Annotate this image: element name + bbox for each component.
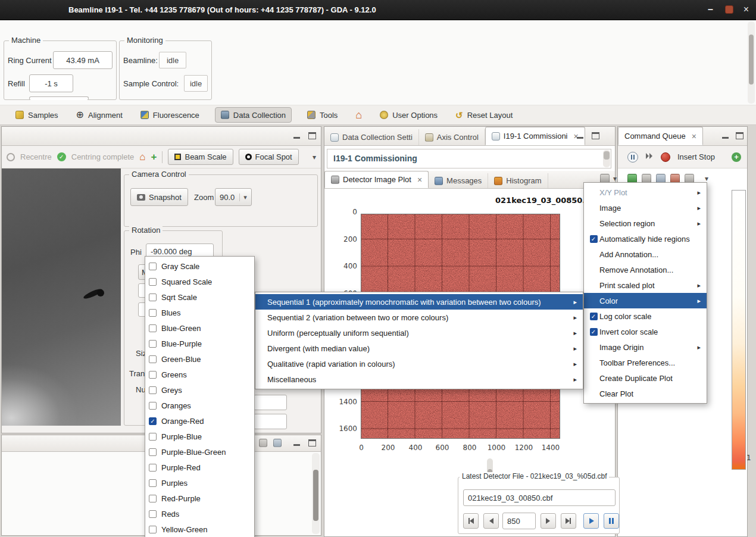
menu-item-greens[interactable]: Greens [145, 367, 254, 382]
maximize-view-button[interactable] [308, 132, 316, 139]
menu-item-purple-blue[interactable]: Purple-Blue [145, 429, 254, 444]
toolbar-item-reset-layout[interactable]: ↺ Reset Layout [453, 107, 515, 123]
param-field-2[interactable] [254, 414, 287, 429]
expand-icon[interactable]: + [151, 152, 157, 162]
sample-camera-image[interactable] [2, 168, 121, 426]
tab-detector-image-plot[interactable]: Detector Image Plot × [324, 171, 429, 188]
add-icon[interactable]: + [732, 152, 741, 162]
beam-scale-toggle[interactable]: Beam Scale [168, 149, 233, 165]
view-icon-2[interactable] [259, 439, 267, 447]
view-icon-3[interactable] [273, 439, 282, 447]
menu-item-reds[interactable]: Reds [145, 506, 254, 522]
toolbar-item-user-options[interactable]: User Options [377, 107, 440, 123]
toolbar-item-tools[interactable]: Tools [305, 107, 340, 123]
tab-close-icon[interactable]: × [692, 132, 696, 141]
toolbar-item-fluorescence[interactable]: Fluorescence [138, 107, 202, 123]
menu-item-image[interactable]: Image ▸ [584, 200, 707, 216]
menu-item-blues[interactable]: Blues [145, 305, 254, 320]
menu-item-blue-purple[interactable]: Blue-Purple [145, 336, 254, 351]
toolbar-overflow-icon[interactable]: ▾ [313, 154, 316, 161]
snapshot-button[interactable]: Snapshot [130, 188, 188, 206]
menu-item-blue-green[interactable]: Blue-Green [145, 320, 254, 336]
first-frame-button[interactable] [463, 513, 479, 529]
menu-item-selection-region[interactable]: Selection region ▸ [584, 216, 707, 231]
minimize-view-button[interactable] [721, 132, 729, 139]
minimize-view-button[interactable] [576, 132, 584, 139]
previous-frame-button[interactable] [483, 513, 499, 529]
bottom-panel-scrollbar-thumb[interactable] [313, 470, 318, 521]
tab-close-icon[interactable]: × [417, 175, 422, 185]
param-field-1[interactable] [254, 395, 287, 410]
menu-item-add-annotation[interactable]: Add Annotation... [584, 246, 707, 262]
recentre-button[interactable]: Recentre [20, 152, 52, 161]
beam-centre-home-icon[interactable]: ⌂ [139, 152, 145, 162]
tab-command-queue[interactable]: Command Queue × [618, 127, 703, 145]
top-scrollbar[interactable] [748, 21, 755, 104]
menu-item-orange-red[interactable]: ✓ Orange-Red [145, 413, 254, 429]
detector-filename-field[interactable] [463, 489, 616, 506]
menu-item-squared-scale[interactable]: Squared Scale [145, 274, 254, 289]
menu-item-color[interactable]: Color ▸ [584, 293, 707, 308]
menu-item-invert-color-scale[interactable]: ✓ Invert color scale [584, 324, 707, 339]
focal-spot-toggle[interactable]: Focal Spot [239, 149, 299, 165]
menu-item-miscellaneous[interactable]: Miscellaneous ▸ [255, 371, 583, 387]
plot-tool-dropdown-icon[interactable]: ▾ [613, 175, 617, 182]
pause-queue-icon[interactable] [627, 152, 638, 163]
menu-item-yellow-green[interactable]: Yellow-Green [145, 522, 254, 537]
menu-item-oranges[interactable]: Oranges [145, 398, 254, 413]
maximize-button[interactable] [725, 5, 733, 14]
menu-item-uniform[interactable]: Uniform (perceptually uniform sequential… [255, 325, 583, 341]
insert-stop-label[interactable]: Insert Stop [677, 152, 715, 161]
tab-data-collection-settings[interactable]: Data Collection Setti [324, 129, 419, 145]
maximize-view-button[interactable] [592, 132, 599, 139]
menu-item-xy-plot[interactable]: X/Y Plot ▸ [584, 185, 707, 200]
menu-item-purple-blue-green[interactable]: Purple-Blue-Green [145, 444, 254, 460]
tab-commissioning[interactable]: I19-1 Commissioni × [485, 127, 585, 145]
menu-item-sqrt-scale[interactable]: Sqrt Scale [145, 289, 254, 305]
bottom-panel-scrollbar[interactable] [312, 453, 320, 534]
intensity-colorbar[interactable] [732, 190, 746, 470]
stop-icon[interactable] [661, 152, 670, 162]
menu-item-clear-plot[interactable]: Clear Plot [584, 386, 707, 401]
toolbar-item-samples[interactable]: Samples [13, 107, 61, 123]
menu-item-red-purple[interactable]: Red-Purple [145, 491, 254, 506]
pause-monitoring-button[interactable] [604, 513, 619, 529]
skip-queue-icon[interactable] [645, 152, 654, 161]
zoom-combo[interactable]: 90.0 ▾ [215, 188, 252, 206]
menu-item-toolbar-preferences[interactable]: Toolbar Preferences... [584, 355, 707, 370]
header-scrollbar[interactable] [603, 150, 610, 167]
frame-number-field[interactable] [502, 513, 536, 529]
toolbar-item-alignment[interactable]: ⊕ Alignment [74, 107, 125, 123]
tab-axis-control[interactable]: Axis Control [419, 129, 485, 145]
menu-item-greys[interactable]: Greys [145, 382, 254, 398]
tab-histogram[interactable]: Histogram [488, 173, 548, 188]
menu-item-log-color-scale[interactable]: ✓ Log color scale [584, 308, 707, 324]
menu-item-create-duplicate-plot[interactable]: Create Duplicate Plot [584, 370, 707, 386]
minimize-button[interactable]: – [708, 5, 713, 14]
queue-tool-dropdown-icon[interactable]: ▾ [705, 175, 708, 182]
centring-complete-button[interactable]: Centring complete [71, 152, 135, 161]
menu-item-auto-hide-regions[interactable]: ✓ Automatically hide regions [584, 231, 707, 246]
menu-item-sequential-1[interactable]: Sequential 1 (approximately monochromati… [255, 294, 583, 310]
menu-item-purples[interactable]: Purples [145, 475, 254, 491]
play-monitoring-button[interactable] [583, 513, 599, 529]
top-scrollbar-thumb[interactable] [749, 35, 754, 85]
toolbar-item-data-collection[interactable]: Data Collection [215, 107, 292, 123]
maximize-view-button[interactable] [736, 132, 743, 139]
menu-item-gray-scale[interactable]: Gray Scale [145, 258, 254, 274]
menu-item-remove-annotation[interactable]: Remove Annotation... [584, 262, 707, 277]
header-scrollbar-thumb[interactable] [604, 151, 610, 160]
minimize-view-button[interactable] [293, 132, 301, 139]
tab-messages[interactable]: Messages [429, 173, 488, 188]
menu-item-green-blue[interactable]: Green-Blue [145, 351, 254, 367]
close-button[interactable]: × [743, 5, 749, 14]
minimize-view-button[interactable] [293, 439, 301, 447]
maximize-view-button[interactable] [308, 439, 316, 447]
last-frame-button[interactable] [561, 513, 576, 529]
menu-item-purple-red[interactable]: Purple-Red [145, 460, 254, 475]
menu-item-image-origin[interactable]: Image Origin ▸ [584, 339, 707, 355]
next-frame-button[interactable] [541, 513, 556, 529]
menu-item-qualitative[interactable]: Qualitative (rapid variation in colours)… [255, 356, 583, 371]
menu-item-sequential-2[interactable]: Sequential 2 (variation between two or m… [255, 310, 583, 325]
menu-item-divergent[interactable]: Divergent (with median value) ▸ [255, 341, 583, 356]
